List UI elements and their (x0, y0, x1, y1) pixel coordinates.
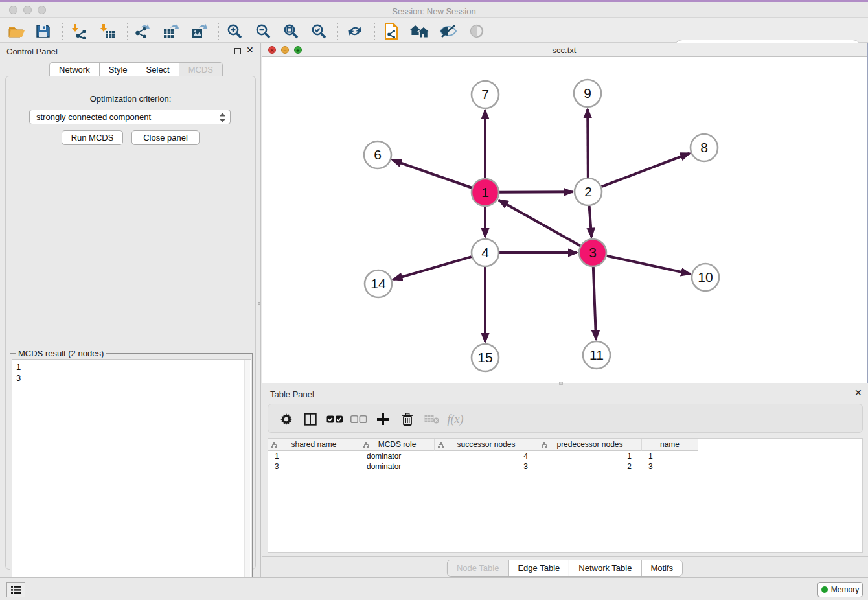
graph-edges[interactable] (393, 109, 691, 342)
close-panel-button[interactable]: Close panel (131, 130, 200, 145)
node-11[interactable]: 11 (583, 341, 610, 369)
open-folder-icon[interactable] (5, 21, 29, 41)
horizontal-splitter-handle[interactable] (559, 382, 563, 385)
duplicate-network-icon[interactable] (380, 21, 403, 41)
mcds-result-group: MCDS result (2 nodes) 1 3 (10, 353, 253, 600)
split-column-icon[interactable] (301, 410, 320, 428)
function-builder-icon[interactable]: f(x) (446, 410, 465, 428)
tab-motifs[interactable]: Motifs (641, 560, 682, 576)
network-graph-canvas[interactable]: 7968124314101511 (262, 57, 867, 383)
delete-column-trash-icon[interactable] (398, 410, 417, 428)
cell-MCDS-role[interactable]: dominator (360, 461, 435, 472)
node-4[interactable]: 4 (472, 239, 499, 266)
mcds-result-title: MCDS result (2 nodes) (16, 349, 106, 358)
node-7[interactable]: 7 (472, 81, 499, 108)
import-table-icon[interactable] (96, 21, 119, 41)
cell-successor-nodes[interactable]: 4 (435, 451, 538, 461)
export-table-icon[interactable] (159, 21, 183, 41)
deselect-all-icon[interactable] (349, 410, 369, 428)
column-header-name[interactable]: name (642, 439, 698, 451)
table-row[interactable]: 1dominator411 (268, 451, 862, 461)
node-8[interactable]: 8 (691, 134, 718, 161)
tab-node-table[interactable]: Node Table (448, 560, 509, 576)
mcds-result-textarea[interactable]: 1 3 (12, 359, 251, 600)
zoom-selected-icon[interactable] (307, 21, 330, 41)
optimization-criterion-label: Optimization criterion: (6, 94, 255, 104)
node-14[interactable]: 14 (365, 270, 392, 297)
hide-panel-eye-icon[interactable] (437, 21, 460, 41)
edge-1-6[interactable] (393, 160, 472, 188)
cell-predecessor-nodes[interactable]: 2 (538, 461, 642, 472)
edge-2-9[interactable] (588, 109, 588, 178)
add-column-icon[interactable] (373, 410, 393, 428)
result-scrollbar[interactable] (244, 360, 250, 600)
memory-status-icon (821, 586, 828, 593)
edge-4-14[interactable] (393, 257, 472, 279)
edge-1-2[interactable] (499, 192, 573, 192)
tab-edge-table[interactable]: Edge Table (508, 560, 569, 576)
cell-name[interactable]: 1 (642, 451, 698, 461)
table-panel: Table Panel ✕ f(x) shared nameMCDS roles… (262, 386, 868, 577)
close-panel-icon[interactable]: ✕ (246, 45, 254, 54)
tab-network[interactable]: Network (49, 62, 99, 76)
save-icon[interactable] (31, 21, 54, 41)
cell-name[interactable]: 3 (642, 461, 698, 472)
import-network-icon[interactable] (67, 21, 91, 41)
node-label: 11 (589, 347, 604, 362)
control-panel: Control Panel ✕ NetworkStyleSelectMCDS O… (0, 43, 261, 577)
node-9[interactable]: 9 (574, 80, 601, 107)
tab-style[interactable]: Style (99, 62, 137, 76)
settings-gear-icon[interactable] (277, 410, 296, 428)
float-table-panel-icon[interactable] (843, 391, 849, 397)
column-header-predecessor-nodes[interactable]: predecessor nodes (538, 439, 642, 451)
column-header-shared-name[interactable]: shared name (268, 439, 360, 451)
edge-3-10[interactable] (606, 256, 690, 274)
select-all-icon[interactable] (325, 410, 345, 428)
zoom-fit-icon[interactable] (279, 21, 303, 41)
list-icon (11, 586, 21, 594)
network-view-title: scc.txt (262, 45, 867, 55)
run-mcds-button[interactable]: Run MCDS (62, 130, 123, 145)
delete-table-icon[interactable] (422, 410, 442, 428)
edge-3-11[interactable] (593, 267, 596, 340)
network-window-titlebar[interactable]: ✕ − + scc.txt (262, 43, 867, 57)
node-1[interactable]: 1 (472, 179, 499, 206)
edge-2-3[interactable] (589, 206, 592, 237)
node-label: 3 (589, 245, 597, 260)
table-tabs: Node TableEdge TableNetwork TableMotifs (447, 560, 683, 577)
task-history-button[interactable] (6, 582, 25, 597)
tab-mcds[interactable]: MCDS (179, 62, 223, 76)
edge-2-8[interactable] (602, 154, 690, 187)
vertical-splitter-handle[interactable] (258, 302, 260, 305)
zoom-out-icon[interactable] (251, 21, 275, 41)
node-2[interactable]: 2 (575, 178, 602, 205)
close-table-panel-icon[interactable]: ✕ (854, 388, 862, 397)
memory-button[interactable]: Memory (817, 582, 863, 597)
cell-shared-name[interactable]: 3 (268, 461, 360, 472)
cell-MCDS-role[interactable]: dominator (360, 451, 435, 461)
edge-3-1[interactable] (499, 200, 580, 246)
node-6[interactable]: 6 (364, 141, 391, 168)
tab-network-table[interactable]: Network Table (569, 560, 641, 576)
node-10[interactable]: 10 (692, 264, 719, 291)
export-image-icon[interactable] (188, 21, 211, 41)
cell-successor-nodes[interactable]: 3 (435, 461, 538, 472)
zoom-in-icon[interactable] (223, 21, 246, 41)
eye-disabled-icon[interactable] (465, 21, 488, 41)
node-3[interactable]: 3 (579, 239, 606, 266)
cell-predecessor-nodes[interactable]: 1 (538, 451, 642, 461)
table-row[interactable]: 3dominator323 (268, 461, 862, 472)
home-icon[interactable] (408, 21, 431, 41)
titlebar: Session: New Session (0, 2, 868, 18)
column-header-successor-nodes[interactable]: successor nodes (435, 439, 538, 451)
column-header-MCDS-role[interactable]: MCDS role (360, 439, 435, 451)
window-title: Session: New Session (0, 6, 868, 16)
cell-shared-name[interactable]: 1 (268, 451, 360, 461)
export-network-icon[interactable] (131, 21, 154, 41)
criterion-select[interactable]: strongly connected component (29, 110, 231, 124)
tab-select[interactable]: Select (137, 62, 179, 76)
first-neighbors-icon[interactable] (343, 21, 367, 41)
node-15[interactable]: 15 (472, 344, 499, 371)
float-panel-icon[interactable] (234, 48, 241, 54)
table-rows: 1dominator4113dominator323 (268, 451, 862, 472)
